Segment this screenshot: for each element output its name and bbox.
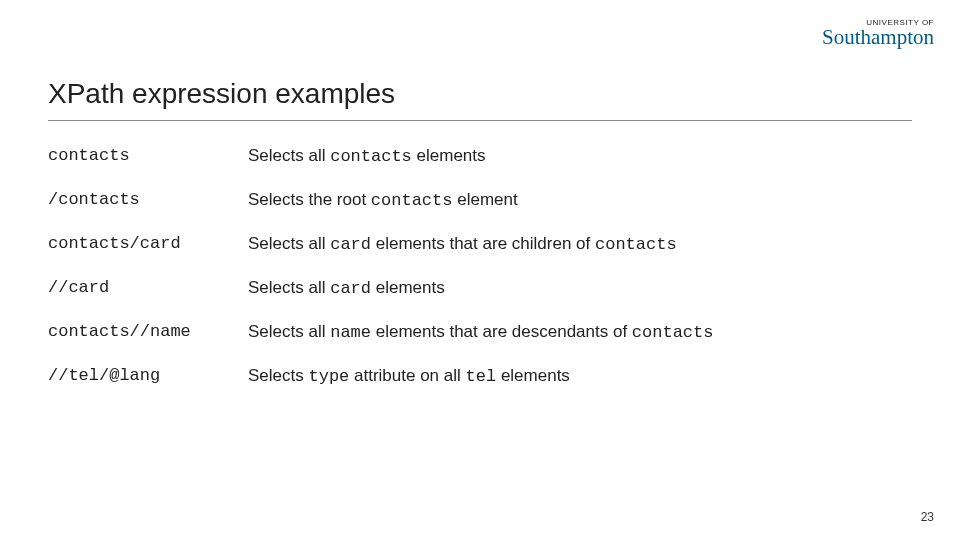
desc-text: elements that are descendants of [371,322,632,341]
expr-cell: //tel/@lang [48,359,248,403]
table-row: contacts Selects all contacts elements [48,139,912,183]
table-row: //tel/@lang Selects type attribute on al… [48,359,912,403]
logo-main-rest: outhampton [834,25,934,49]
desc-text: elements [371,278,445,297]
desc-text: Selects all [248,278,330,297]
desc-text: Selects all [248,322,330,341]
logo-main-initial: S [822,25,834,49]
desc-mono: contacts [595,235,677,254]
desc-mono: contacts [330,147,412,166]
desc-mono: type [308,367,349,386]
desc-text: elements [412,146,486,165]
table-row: contacts//name Selects all name elements… [48,315,912,359]
desc-mono: name [330,323,371,342]
desc-mono: contacts [371,191,453,210]
page-title: XPath expression examples [48,78,912,110]
table-row: //card Selects all card elements [48,271,912,315]
desc-text: Selects all [248,146,330,165]
university-logo: UNIVERSITY OF Southampton [822,18,934,48]
desc-mono: card [330,279,371,298]
desc-mono: card [330,235,371,254]
expr-cell: contacts//name [48,315,248,359]
table-row: contacts/card Selects all card elements … [48,227,912,271]
desc-text: Selects all [248,234,330,253]
desc-mono: tel [466,367,497,386]
logo-main-text: Southampton [822,27,934,48]
desc-cell: Selects all card elements [248,271,912,315]
page-number: 23 [921,510,934,524]
desc-text: Selects [248,366,308,385]
desc-text: element [452,190,517,209]
desc-cell: Selects type attribute on all tel elemen… [248,359,912,403]
desc-text: elements that are children of [371,234,595,253]
expr-cell: contacts/card [48,227,248,271]
desc-mono: contacts [632,323,714,342]
desc-text: elements [496,366,570,385]
desc-cell: Selects all card elements that are child… [248,227,912,271]
expr-cell: /contacts [48,183,248,227]
desc-cell: Selects all contacts elements [248,139,912,183]
desc-text: attribute on all [349,366,465,385]
desc-cell: Selects the root contacts element [248,183,912,227]
expr-cell: //card [48,271,248,315]
table-row: /contacts Selects the root contacts elem… [48,183,912,227]
title-rule [48,120,912,121]
desc-cell: Selects all name elements that are desce… [248,315,912,359]
desc-text: Selects the root [248,190,371,209]
slide: UNIVERSITY OF Southampton XPath expressi… [0,0,960,540]
examples-table: contacts Selects all contacts elements /… [48,139,912,403]
expr-cell: contacts [48,139,248,183]
